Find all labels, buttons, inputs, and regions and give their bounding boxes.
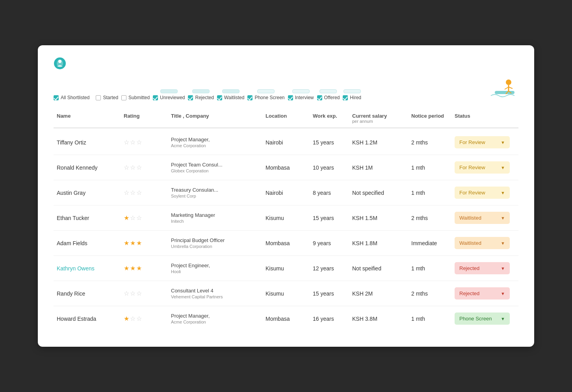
filter-started[interactable]: Started bbox=[96, 81, 118, 100]
filter-checkbox-rejected bbox=[188, 95, 193, 100]
table-row: Ronald Kennedy☆☆☆Project Team Consul...G… bbox=[54, 155, 518, 180]
candidate-salary: Not specified bbox=[349, 190, 408, 196]
filter-waitlisted[interactable]: Waitlisted bbox=[217, 89, 245, 100]
filter-count-hired bbox=[344, 89, 361, 93]
star-filled-icon[interactable]: ★ bbox=[136, 239, 142, 247]
status-dropdown-button[interactable]: For Review▼ bbox=[455, 187, 510, 199]
status-dropdown-button[interactable]: Rejected▼ bbox=[455, 262, 510, 274]
candidate-status-cell: Rejected▼ bbox=[451, 287, 518, 300]
candidate-rating[interactable]: ★☆☆ bbox=[121, 315, 168, 322]
candidate-salary: KSH 1.5M bbox=[349, 215, 408, 221]
col-current-salary: Current salary per annum bbox=[349, 113, 408, 124]
filter-label-started: Started bbox=[103, 95, 118, 100]
filter-phone-screen[interactable]: Phone Screen bbox=[247, 89, 284, 100]
candidate-status-cell: For Review▼ bbox=[451, 161, 518, 174]
candidate-title-company: Project Manager,Acme Corporation bbox=[168, 137, 262, 148]
candidate-title: Project Engineer, bbox=[171, 263, 259, 268]
candidate-title-company: Treasury Consulan...Soylent Corp bbox=[168, 187, 262, 198]
star-empty-icon[interactable]: ☆ bbox=[130, 214, 136, 222]
status-dropdown-button[interactable]: Waitlisted▼ bbox=[455, 237, 510, 249]
status-dropdown-button[interactable]: For Review▼ bbox=[455, 136, 510, 148]
star-empty-icon[interactable]: ☆ bbox=[124, 164, 129, 171]
status-dropdown-button[interactable]: For Review▼ bbox=[455, 161, 510, 174]
svg-point-4 bbox=[506, 80, 511, 85]
star-filled-icon[interactable]: ★ bbox=[124, 239, 129, 247]
candidate-title-company: Project Team Consul...Globex Corporation bbox=[168, 162, 262, 173]
chevron-down-icon: ▼ bbox=[501, 216, 505, 220]
star-filled-icon[interactable]: ★ bbox=[130, 239, 136, 247]
filter-count-interview bbox=[292, 89, 310, 93]
star-empty-icon[interactable]: ☆ bbox=[136, 214, 142, 222]
candidate-title-company: Project Engineer,Hooli bbox=[168, 263, 262, 274]
star-filled-icon[interactable]: ★ bbox=[124, 315, 129, 322]
candidate-rating[interactable]: ☆☆☆ bbox=[121, 139, 168, 146]
candidate-title-company: Principal Budget OfficerUmbrella Corpora… bbox=[168, 237, 262, 249]
filter-submitted[interactable]: Submitted bbox=[121, 81, 150, 100]
candidate-work-exp: 12 years bbox=[310, 265, 349, 272]
star-empty-icon[interactable]: ☆ bbox=[124, 139, 129, 146]
star-filled-icon[interactable]: ★ bbox=[124, 264, 129, 272]
filter-checkbox-interview bbox=[288, 95, 293, 100]
star-empty-icon[interactable]: ☆ bbox=[136, 164, 142, 171]
status-label: Waitlisted bbox=[459, 215, 481, 221]
filter-checkbox-started bbox=[96, 95, 101, 100]
filter-rejected[interactable]: Rejected bbox=[188, 89, 214, 100]
star-empty-icon[interactable]: ☆ bbox=[124, 290, 129, 297]
star-empty-icon[interactable]: ☆ bbox=[130, 290, 136, 297]
table-row: Ethan Tucker★☆☆Marketing ManagerInitechK… bbox=[54, 205, 518, 231]
status-dropdown-button[interactable]: Rejected▼ bbox=[455, 287, 510, 300]
candidate-location: Kisumu bbox=[262, 215, 310, 221]
candidate-rating[interactable]: ☆☆☆ bbox=[121, 164, 168, 171]
filter-bar: All Shortlisted Started Submitted Unrevi… bbox=[54, 81, 518, 100]
candidate-rating[interactable]: ★☆☆ bbox=[121, 214, 168, 222]
star-filled-icon[interactable]: ★ bbox=[130, 264, 136, 272]
star-empty-icon[interactable]: ☆ bbox=[130, 139, 136, 146]
chevron-down-icon: ▼ bbox=[501, 241, 505, 246]
table-header: Name Rating Title , Company Location Wor… bbox=[54, 113, 518, 128]
status-dropdown-button[interactable]: Waitlisted▼ bbox=[455, 212, 510, 224]
star-empty-icon[interactable]: ☆ bbox=[136, 189, 142, 196]
candidate-title-company: Marketing ManagerInitech bbox=[168, 212, 262, 224]
candidate-company: Hooli bbox=[171, 269, 259, 274]
candidate-title: Marketing Manager bbox=[171, 212, 259, 218]
candidate-salary: KSH 2M bbox=[349, 290, 408, 297]
chevron-down-icon: ▼ bbox=[501, 266, 505, 271]
star-empty-icon[interactable]: ☆ bbox=[130, 315, 136, 322]
star-filled-icon[interactable]: ★ bbox=[124, 214, 129, 222]
candidate-rating[interactable]: ☆☆☆ bbox=[121, 189, 168, 196]
star-filled-icon[interactable]: ★ bbox=[136, 264, 142, 272]
filter-hired[interactable]: Hired bbox=[343, 89, 361, 100]
candidates-table: Name Rating Title , Company Location Wor… bbox=[54, 113, 518, 331]
main-card: All Shortlisted Started Submitted Unrevi… bbox=[38, 45, 534, 347]
filter-interview[interactable]: Interview bbox=[288, 89, 314, 100]
candidate-location: Nairobi bbox=[262, 190, 310, 196]
candidate-name: Adam Fields bbox=[54, 240, 121, 246]
star-empty-icon[interactable]: ☆ bbox=[130, 164, 136, 171]
candidate-rating[interactable]: ★★★ bbox=[121, 239, 168, 247]
star-empty-icon[interactable]: ☆ bbox=[136, 139, 142, 146]
filter-label-unreviewed: Unreviewed bbox=[160, 95, 185, 100]
filter-unreviewed[interactable]: Unreviewed bbox=[153, 89, 185, 100]
star-empty-icon[interactable]: ☆ bbox=[130, 189, 136, 196]
candidate-company: Acme Corporation bbox=[171, 143, 259, 148]
candidate-company: Soylent Corp bbox=[171, 194, 259, 198]
col-notice-period: Notice period bbox=[408, 113, 451, 124]
star-empty-icon[interactable]: ☆ bbox=[124, 189, 129, 196]
status-dropdown-button[interactable]: Phone Screen▼ bbox=[455, 312, 510, 325]
filter-all-shortlisted[interactable]: All Shortlisted bbox=[54, 81, 89, 100]
candidate-title: Project Team Consul... bbox=[171, 162, 259, 168]
candidate-rating[interactable]: ★★★ bbox=[121, 264, 168, 272]
candidate-work-exp: 15 years bbox=[310, 139, 349, 146]
filter-count-offered bbox=[319, 89, 337, 93]
svg-rect-3 bbox=[495, 91, 514, 94]
star-empty-icon[interactable]: ☆ bbox=[136, 290, 142, 297]
filter-offered[interactable]: Offered bbox=[317, 89, 340, 100]
candidate-name: Austin Gray bbox=[54, 190, 121, 196]
candidate-location: Mombasa bbox=[262, 316, 310, 322]
svg-point-2 bbox=[58, 60, 61, 63]
candidate-company: Umbrella Corporation bbox=[171, 244, 259, 249]
candidate-title: Treasury Consulan... bbox=[171, 187, 259, 193]
candidate-rating[interactable]: ☆☆☆ bbox=[121, 290, 168, 297]
star-empty-icon[interactable]: ☆ bbox=[136, 315, 142, 322]
chevron-down-icon: ▼ bbox=[501, 291, 505, 296]
